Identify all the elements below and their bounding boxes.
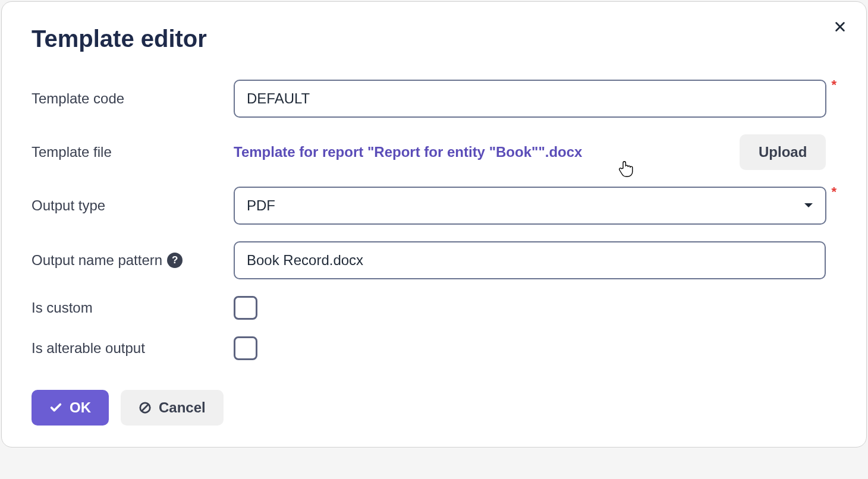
- template-code-input[interactable]: [234, 80, 826, 118]
- ok-button[interactable]: OK: [32, 390, 109, 426]
- output-type-select[interactable]: PDF: [234, 187, 826, 225]
- label-output-type: Output type: [32, 197, 234, 214]
- ban-icon: [139, 401, 152, 414]
- cancel-label: Cancel: [159, 399, 206, 416]
- dialog-title: Template editor: [32, 26, 836, 52]
- required-mark-icon: *: [831, 77, 836, 93]
- help-icon[interactable]: ?: [167, 253, 183, 268]
- template-editor-dialog: Template editor Template code * Template…: [1, 1, 867, 448]
- upload-button[interactable]: Upload: [740, 134, 826, 170]
- label-template-file: Template file: [32, 144, 234, 160]
- button-row: OK Cancel: [32, 390, 836, 426]
- output-name-pattern-input[interactable]: [234, 241, 826, 279]
- cancel-button[interactable]: Cancel: [121, 390, 224, 426]
- ok-label: OK: [70, 399, 91, 416]
- is-custom-checkbox[interactable]: [234, 296, 257, 320]
- svg-line-1: [142, 405, 149, 411]
- is-alterable-checkbox[interactable]: [234, 336, 257, 360]
- row-is-custom: Is custom: [32, 296, 836, 320]
- close-icon: [834, 20, 847, 33]
- template-file-link[interactable]: Template for report "Report for entity "…: [234, 144, 582, 160]
- row-template-file: Template file Template for report "Repor…: [32, 134, 836, 170]
- row-template-code: Template code *: [32, 80, 836, 118]
- label-template-code: Template code: [32, 90, 234, 107]
- required-mark-icon: *: [831, 184, 836, 200]
- row-output-name-pattern: Output name pattern ?: [32, 241, 836, 279]
- row-output-type: Output type PDF *: [32, 187, 836, 225]
- output-type-value: PDF: [247, 197, 275, 214]
- label-is-custom: Is custom: [32, 300, 234, 316]
- row-is-alterable: Is alterable output: [32, 336, 836, 360]
- label-text: Output name pattern: [32, 252, 162, 269]
- label-is-alterable: Is alterable output: [32, 340, 234, 357]
- label-output-name-pattern: Output name pattern ?: [32, 252, 234, 269]
- check-icon: [49, 401, 62, 414]
- close-button[interactable]: [832, 18, 848, 35]
